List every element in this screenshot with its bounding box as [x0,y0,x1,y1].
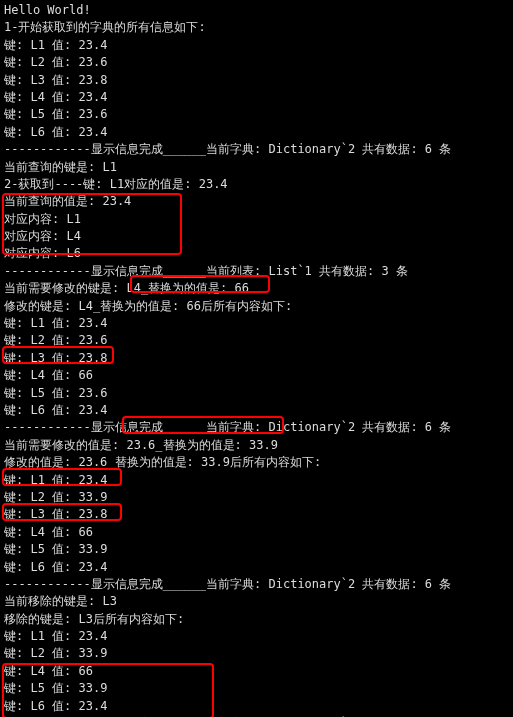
output-line: 对应内容: L4 [4,228,509,245]
output-line: 键: L4 值: 66 [4,524,509,541]
output-line: 对应内容: L6 [4,245,509,262]
output-line: ------------显示信息完成______当前字典: Dictionary… [4,141,509,158]
output-line: 移除的键是: L3后所有内容如下: [4,611,509,628]
output-line: 当前需要修改的值是: 23.6_替换为的值是: 33.9 [4,437,509,454]
output-line: 键: L5 值: 23.6 [4,106,509,123]
output-line: 键: L6 值: 23.4 [4,559,509,576]
output-line: 2-获取到----键: L1对应的值是: 23.4 [4,176,509,193]
output-line: 键: L4 值: 66 [4,663,509,680]
output-line: 键: L3 值: 23.8 [4,72,509,89]
output-line: 键: L1 值: 23.4 [4,628,509,645]
output-line: 键: L4 值: 66 [4,367,509,384]
output-line: ------------显示信息完成______当前字典: Dictionary… [4,576,509,593]
output-line: 键: L6 值: 23.4 [4,698,509,715]
output-line: 键: L2 值: 23.6 [4,332,509,349]
output-line: ------------显示信息完成______当前字典: Dictionary… [4,419,509,436]
output-line: 键: L5 值: 23.6 [4,385,509,402]
output-line: 键: L6 值: 23.4 [4,402,509,419]
output-line: 键: L5 值: 33.9 [4,541,509,558]
output-line: 1-开始获取到的字典的所有信息如下: [4,19,509,36]
output-line: 键: L4 值: 23.4 [4,89,509,106]
output-line: 修改的键是: L4_替换为的值是: 66后所有内容如下: [4,298,509,315]
output-line: 键: L2 值: 33.9 [4,645,509,662]
output-line: 键: L2 值: 33.9 [4,489,509,506]
output-line: 键: L2 值: 23.6 [4,54,509,71]
output-line: 当前需要修改的键是: L4_替换为的值是: 66 [4,280,509,297]
output-line: 键: L6 值: 23.4 [4,124,509,141]
output-line: 当前移除的键是: L3 [4,593,509,610]
console-output: Hello World! 1-开始获取到的字典的所有信息如下: 键: L1 值:… [4,2,509,717]
output-line: 键: L5 值: 33.9 [4,680,509,697]
output-line: 键: L1 值: 23.4 [4,37,509,54]
output-line: 键: L1 值: 23.4 [4,472,509,489]
output-line: 键: L3 值: 23.8 [4,506,509,523]
output-line: 当前查询的值是: 23.4 [4,193,509,210]
output-line: 键: L1 值: 23.4 [4,315,509,332]
output-line: 修改的值是: 23.6_替换为的值是: 33.9后所有内容如下: [4,454,509,471]
output-line: 当前查询的键是: L1 [4,159,509,176]
output-line: 对应内容: L1 [4,211,509,228]
output-line: ------------显示信息完成______当前列表: List`1 共有数… [4,263,509,280]
output-line: Hello World! [4,2,509,19]
output-line: 键: L3 值: 23.8 [4,350,509,367]
